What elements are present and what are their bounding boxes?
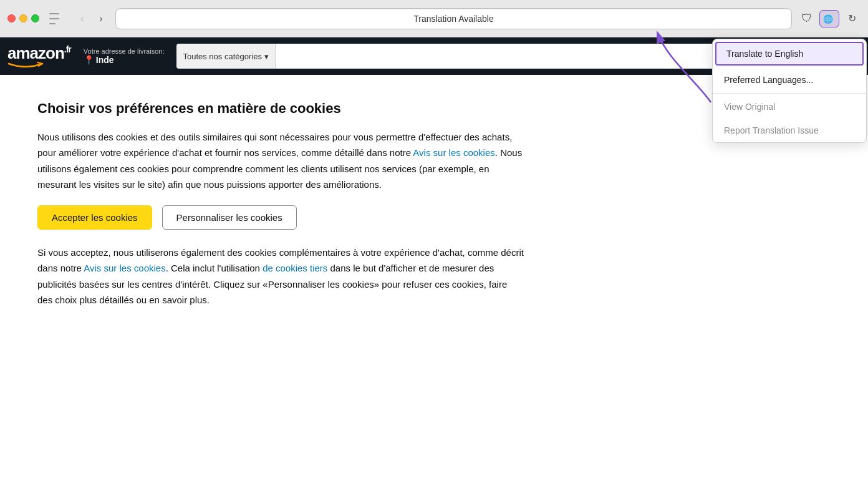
translate-to-english-item[interactable]: Translate to English: [715, 42, 864, 66]
cookie-paragraph-1: Nous utilisons des cookies et des outils…: [37, 129, 524, 193]
cookie-paragraph-2: Si vous acceptez, nous utiliserons égale…: [37, 245, 524, 308]
dropdown-divider: [713, 93, 866, 94]
close-button[interactable]: [7, 14, 16, 22]
translate-button[interactable]: 🌐: [819, 10, 839, 27]
refresh-button[interactable]: ↻: [843, 10, 861, 27]
cookie-title: Choisir vos préférences en matière de co…: [37, 100, 524, 118]
browser-chrome: ‹ › Translation Available 🛡 🌐 ↻ Translat…: [0, 0, 868, 37]
cookie-link-2[interactable]: Avis sur les cookies: [84, 263, 165, 273]
sidebar-toggle-button[interactable]: [49, 13, 64, 24]
view-original-item[interactable]: View Original: [713, 95, 866, 119]
traffic-lights: [7, 14, 39, 22]
search-bar: Toutes nos catégories ▾ 🔍: [176, 44, 802, 69]
minimize-button[interactable]: [19, 14, 27, 22]
cookie-link-3[interactable]: de cookies tiers: [263, 263, 327, 273]
nav-arrows: ‹ ›: [74, 11, 109, 27]
translate-dropdown: Translate to English Preferred Languages…: [712, 39, 867, 143]
amazon-logo-text: amazon.fr: [7, 44, 71, 63]
personalize-cookies-button[interactable]: Personnaliser les cookies: [162, 205, 297, 230]
preferred-languages-item[interactable]: Preferred Languages...: [713, 68, 866, 92]
back-button[interactable]: ‹: [74, 11, 90, 27]
search-category-dropdown[interactable]: Toutes nos catégories ▾: [176, 44, 275, 69]
browser-actions: 🛡 🌐 ↻ Translate to English Preferred Lan…: [798, 10, 861, 27]
chevron-down-icon: ▾: [264, 52, 269, 61]
accept-cookies-button[interactable]: Accepter les cookies: [37, 205, 152, 230]
delivery-info[interactable]: Votre adresse de livraison: 📍 Inde: [81, 47, 167, 65]
report-translation-issue-item[interactable]: Report Translation Issue: [713, 119, 866, 142]
main-content: Choisir vos préférences en matière de co…: [0, 75, 561, 346]
maximize-button[interactable]: [31, 14, 39, 22]
address-bar[interactable]: Translation Available: [115, 8, 792, 29]
amazon-logo[interactable]: amazon.fr: [7, 44, 71, 69]
cookie-link-1[interactable]: Avis sur les cookies: [413, 147, 494, 158]
search-input[interactable]: [276, 44, 774, 69]
forward-button[interactable]: ›: [93, 11, 109, 27]
svg-text:🌐: 🌐: [823, 14, 834, 24]
shield-icon[interactable]: 🛡: [798, 10, 816, 27]
address-bar-text: Translation Available: [413, 14, 493, 24]
cookie-buttons-row: Accepter les cookies Personnaliser les c…: [37, 205, 524, 230]
